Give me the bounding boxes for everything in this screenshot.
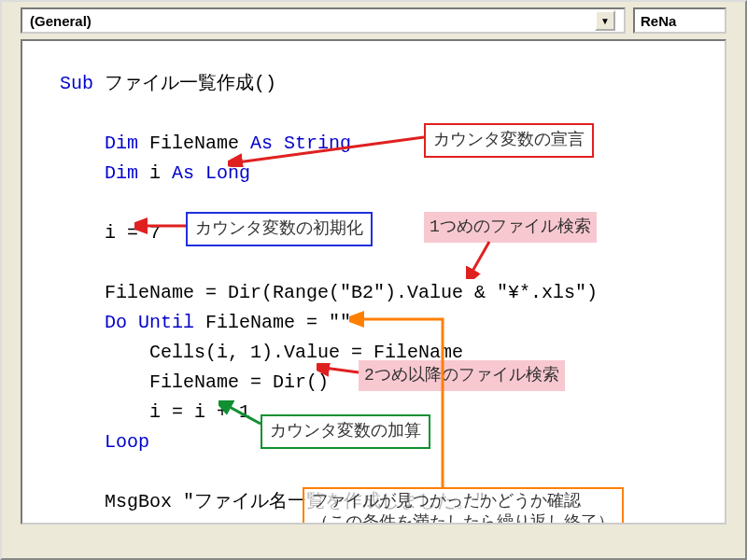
code-line: Dim i As Long — [60, 159, 697, 189]
annotation-file-found: ファイルが見つかったかどうか確認 （この条件を満たしたら繰り返し終了） — [303, 487, 624, 525]
chevron-down-icon[interactable]: ▼ — [595, 10, 615, 31]
procedure-dropdown[interactable]: ReNa — [633, 7, 726, 34]
annotation-next-search: 2つめ以降のファイル検索 — [359, 360, 565, 391]
blank-line — [60, 189, 697, 218]
toolbar: (General) ▼ ReNa — [2, 2, 745, 39]
editor-window: (General) ▼ ReNa Sub ファイル一覧作成() Dim File… — [0, 0, 747, 560]
code-line: FileName = Dir(Range("B2").Value & "¥*.x… — [60, 278, 697, 308]
object-dropdown[interactable]: (General) ▼ — [21, 7, 626, 34]
annotation-first-search: 1つめのファイル検索 — [424, 212, 597, 243]
object-dropdown-label: (General) — [30, 13, 92, 29]
code-line: Sub ファイル一覧作成() — [60, 69, 697, 99]
annotation-counter-add: カウンタ変数の加算 — [261, 414, 430, 449]
code-line: Do Until FileName = "" — [60, 308, 697, 338]
blank-line — [60, 457, 697, 487]
procedure-dropdown-label: ReNa — [641, 13, 676, 29]
annotation-counter-declaration: カウンタ変数の宣言 — [424, 123, 594, 158]
code-line: i = 7 — [60, 218, 697, 248]
code-line: Dim FileName As String — [60, 129, 697, 159]
blank-line — [60, 99, 697, 129]
code-pane[interactable]: Sub ファイル一覧作成() Dim FileName As String Di… — [21, 39, 726, 525]
annotation-counter-init: カウンタ変数の初期化 — [186, 212, 373, 246]
blank-line — [60, 248, 697, 278]
